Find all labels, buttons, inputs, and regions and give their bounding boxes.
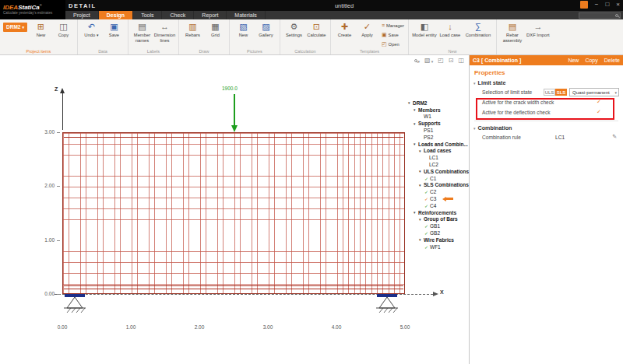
dxf-import-button[interactable]: DXF Import — [526, 21, 550, 38]
gallery-button[interactable]: Gallery — [255, 21, 276, 38]
combination-section-header[interactable]: Combination — [473, 124, 623, 131]
tree-item-ps2[interactable]: PS2 — [408, 134, 469, 141]
rebar-assembly-button[interactable]: Rebar assembly — [500, 21, 525, 43]
beam-mesh[interactable] — [62, 132, 405, 294]
tab-project[interactable]: Project — [65, 11, 99, 19]
tree-item-uls-combinations[interactable]: ULS Combinations — [408, 168, 469, 175]
canvas-gallery-button[interactable] — [424, 57, 433, 65]
chevron-down-icon — [431, 58, 434, 65]
search-input[interactable] — [579, 12, 621, 19]
ribbon-group-labels: Member names Dimension lines Labels — [128, 19, 179, 54]
tree-item-c1[interactable]: C1 — [408, 175, 469, 182]
fit-view-icon — [438, 57, 444, 65]
tree-item-supports[interactable]: Supports — [408, 120, 469, 127]
tree-item-wf1[interactable]: WF1 — [408, 243, 469, 250]
model-canvas[interactable]: Z 1900.0 X — [0, 55, 469, 364]
check-icon[interactable] — [424, 244, 430, 250]
maximize-button[interactable] — [605, 1, 609, 9]
member-names-icon — [138, 21, 146, 32]
rebars-icon — [188, 21, 196, 32]
display-options-button[interactable] — [458, 57, 464, 65]
combination-icon — [475, 21, 481, 32]
copy-project-item-button[interactable]: Copy — [53, 21, 74, 38]
crack-width-checkbox[interactable] — [597, 99, 601, 105]
x-axis-arrowhead — [433, 292, 438, 296]
check-icon[interactable] — [424, 203, 430, 208]
combination-button[interactable]: Combination — [463, 21, 493, 38]
tree-item-lc1[interactable]: LC1 — [408, 154, 469, 161]
tree-item-gb1[interactable]: GB1 — [408, 222, 469, 229]
load-case-button[interactable]: Load case — [438, 21, 462, 38]
deflection-checkbox[interactable] — [597, 109, 601, 115]
print-button[interactable] — [449, 57, 454, 65]
tree-item-group-of-bars[interactable]: Group of Bars — [408, 216, 469, 223]
top-reinforcement-line — [64, 137, 403, 138]
save-icon — [110, 21, 118, 32]
check-icon[interactable] — [424, 196, 430, 201]
tree-item-c4[interactable]: C4 — [408, 202, 469, 209]
new-picture-button[interactable]: New — [233, 21, 254, 38]
tree-item-ps1[interactable]: PS1 — [408, 127, 469, 134]
tree-item-gb2[interactable]: GB2 — [408, 229, 469, 236]
logo-tagline: Calculate yesterday's estimates — [3, 11, 65, 16]
template-manager-button[interactable]: Manager — [380, 21, 406, 30]
check-icon[interactable] — [424, 189, 430, 194]
tab-tools[interactable]: Tools — [133, 11, 162, 19]
save-button[interactable]: Save — [104, 21, 125, 38]
tree-item-drm2[interactable]: DRM2 — [408, 100, 469, 107]
tab-report[interactable]: Report — [194, 11, 227, 19]
support-left[interactable] — [64, 294, 86, 314]
tree-item-c3[interactable]: C3 — [408, 195, 469, 202]
tree-item-lc2[interactable]: LC2 — [408, 161, 469, 168]
tab-check[interactable]: Check — [162, 11, 194, 19]
uls-toggle-option[interactable]: ULS — [544, 89, 555, 96]
delete-combination-button[interactable]: Delete — [604, 58, 620, 63]
member-names-button[interactable]: Member names — [132, 21, 153, 43]
limit-state-type-dropdown[interactable]: Quasi-permanent — [569, 88, 619, 96]
new-project-item-button[interactable]: New — [30, 21, 51, 38]
dimension-lines-button[interactable]: Dimension lines — [154, 21, 175, 43]
group-label: Labels — [128, 49, 178, 54]
gear-icon — [290, 21, 298, 32]
copy-combination-button[interactable]: Copy — [585, 58, 597, 63]
undo-button[interactable]: Undo — [81, 21, 102, 38]
tree-item-c2[interactable]: C2 — [408, 188, 469, 195]
create-template-button[interactable]: Create — [334, 21, 355, 38]
edit-combination-rule-button[interactable] — [612, 134, 617, 140]
limit-state-section-header[interactable]: Limit state — [473, 79, 623, 86]
tab-design[interactable]: Design — [99, 11, 133, 19]
new-combination-button[interactable]: New — [568, 58, 579, 63]
registered-mark: ® — [40, 3, 42, 7]
template-open-button[interactable]: Open — [380, 40, 406, 49]
tree-item-reinforcements[interactable]: Reinforcements — [408, 209, 469, 216]
undo-icon — [88, 21, 95, 32]
tree-item-members[interactable]: Members — [408, 107, 469, 114]
tree-item-sls-combinations[interactable]: SLS Combinations — [408, 182, 469, 189]
tree-item-wire-fabrics[interactable]: Wire Fabrics — [408, 236, 469, 243]
check-icon[interactable] — [424, 176, 430, 181]
grid-button[interactable]: Grid — [205, 21, 226, 38]
close-button[interactable] — [616, 1, 620, 9]
rebars-button[interactable]: Rebars — [182, 21, 203, 38]
tab-materials[interactable]: Materials — [227, 11, 265, 19]
zoom-button[interactable] — [414, 58, 421, 65]
group-label: Draw — [179, 49, 229, 54]
check-icon[interactable] — [424, 230, 430, 236]
app-window: IDEAStatiCa® Calculate yesterday's estim… — [0, 0, 623, 364]
fit-view-button[interactable] — [438, 57, 444, 65]
drm2-button[interactable]: DRM2 — [3, 23, 27, 32]
check-icon[interactable] — [424, 223, 430, 229]
sls-toggle-option[interactable]: SLS — [555, 89, 567, 96]
apply-template-button[interactable]: Apply — [357, 21, 378, 38]
tree-item-load-cases[interactable]: Load cases — [408, 148, 469, 155]
calculate-button[interactable]: Calculate — [306, 21, 327, 38]
template-save-button[interactable]: Save — [380, 30, 406, 40]
settings-button[interactable]: Settings — [283, 21, 304, 38]
support-right[interactable] — [376, 294, 398, 314]
selected-item-arrow-icon — [442, 197, 453, 201]
tree-item-loads-and-combinations[interactable]: Loads and Combin... — [408, 141, 469, 148]
model-entity-button[interactable]: Model entity — [412, 21, 437, 38]
y-tick-label: 3.00 — [39, 129, 55, 135]
tree-item-w1[interactable]: W1 — [408, 114, 469, 121]
minimize-button[interactable] — [595, 1, 599, 9]
